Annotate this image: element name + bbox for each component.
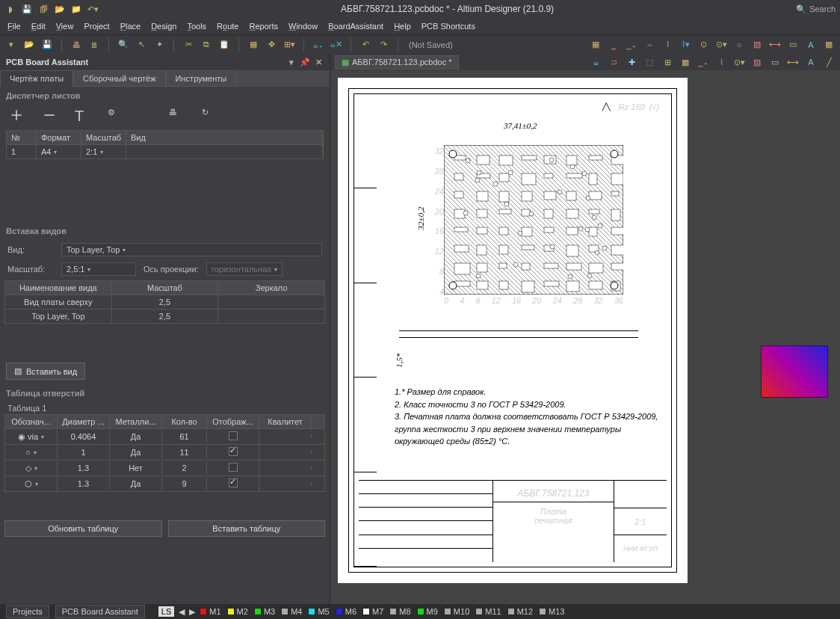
menu-place[interactable]: Place (120, 22, 141, 31)
save-all-icon[interactable]: 🗐 (37, 3, 49, 15)
text-tool-icon[interactable]: T (75, 108, 91, 124)
clear-icon[interactable]: ⏛✕ (330, 38, 343, 52)
add-sheet-icon[interactable] (9, 108, 25, 124)
menu-edit[interactable]: Edit (31, 22, 46, 31)
menu-design[interactable]: Design (151, 22, 176, 31)
text-icon[interactable]: A (804, 38, 818, 52)
filter-icon[interactable]: ⏛▾ (312, 38, 325, 52)
poly-icon[interactable]: ▧ (750, 38, 764, 52)
document-tab[interactable]: ▦ АБВГ.758721.123.pcbdoc * (335, 55, 459, 70)
show-checkbox[interactable] (229, 431, 238, 440)
view-select[interactable]: Top Layer, Top (61, 243, 322, 256)
menu-help[interactable]: Help (394, 22, 411, 31)
mt-filter-icon[interactable]: ⏛ (589, 55, 602, 69)
grid-icon[interactable]: ▦ (247, 38, 260, 52)
layer-swatch[interactable]: M7 (362, 607, 383, 616)
open2-icon[interactable]: 📂 (22, 38, 36, 52)
holes-table-name[interactable]: Таблица 1 (0, 402, 330, 414)
layer-prev-icon[interactable]: ◀ (179, 607, 185, 617)
menu-view[interactable]: View (56, 22, 74, 31)
sym-dd[interactable]: ⬡ (25, 479, 38, 489)
canvas[interactable]: Rz 160 (√) 37,41±0,2 32±0,2 1,5* 3228242… (330, 70, 840, 604)
mt-sel-icon[interactable]: ⬚ (643, 55, 656, 69)
layer-swatch[interactable]: M11 (475, 607, 501, 616)
layer-swatch[interactable]: M8 (389, 607, 410, 616)
search-box[interactable]: 🔍 Search (796, 4, 836, 14)
mt-dim-icon[interactable]: ⟷ (786, 55, 800, 69)
menu-project[interactable]: Project (84, 22, 109, 31)
cross-icon[interactable]: ✦ (152, 38, 166, 52)
track2-icon[interactable]: ⎯▾ (625, 38, 638, 52)
menu-window[interactable]: Window (288, 22, 318, 31)
rect-icon[interactable]: ▭ (786, 38, 800, 52)
insert-scale[interactable]: 2,5:1 (61, 262, 136, 276)
print-icon[interactable]: 🖶 (70, 38, 83, 52)
via2-icon[interactable]: ⊙▾ (714, 38, 728, 52)
layer-swatch[interactable]: M6 (336, 607, 356, 616)
mt-align-icon[interactable]: ⊞ (661, 55, 674, 69)
menu-route[interactable]: Route (217, 22, 238, 31)
open-icon[interactable]: 📂 (54, 3, 66, 15)
mt-layer-icon[interactable]: ▩ (679, 55, 692, 69)
axis-select[interactable]: горизонтальная (206, 262, 283, 276)
insert-view-button[interactable]: ▧ Вставить вид (6, 363, 85, 380)
panel-close-icon[interactable]: ✕ (313, 57, 324, 67)
remove-sheet-icon[interactable] (42, 108, 58, 124)
sym-dd[interactable]: ◇ (25, 464, 37, 473)
tab-drawing[interactable]: Чертёж платы (0, 70, 73, 87)
minimap[interactable] (761, 345, 828, 398)
save-icon[interactable]: 💾 (21, 3, 33, 15)
menu-tools[interactable]: Tools (187, 22, 206, 31)
view-row[interactable]: Top Layer, Top 2,5 (4, 310, 325, 324)
new-icon[interactable]: ▾ (4, 38, 18, 52)
holes-row[interactable]: ○ 1Да11 (4, 445, 325, 461)
mt-plus-icon[interactable]: ✚ (625, 55, 638, 69)
sym-dd[interactable]: ◉ via (18, 432, 44, 442)
settings-icon[interactable]: ⚙ (108, 108, 124, 124)
mt-route-icon[interactable]: ⌇ (714, 55, 728, 69)
redo-icon[interactable]: ↷ (377, 38, 390, 52)
mt-line-icon[interactable]: ╱ (822, 55, 836, 69)
mt-rect-icon[interactable]: ▭ (768, 55, 782, 69)
layer-swatch[interactable]: M9 (417, 607, 438, 616)
status-tab-projects[interactable]: Projects (6, 605, 49, 618)
layer-swatch[interactable]: M4 (281, 607, 302, 616)
menu-boardassistant[interactable]: BoardAssistant (328, 22, 383, 31)
cut-icon[interactable]: ✂ (182, 38, 195, 52)
holes-row[interactable]: ◉ via 0.4064Да61 (4, 429, 325, 445)
undo-dd-icon[interactable]: ↶▾ (87, 3, 99, 15)
align-icon[interactable]: ⊞▾ (282, 38, 296, 52)
sheet-row[interactable]: 1 A4 2:1 (6, 145, 324, 159)
holes-row[interactable]: ⬡ 1.3Да9 (4, 476, 325, 492)
tab-tools[interactable]: Инструменты (166, 70, 237, 87)
dim-icon[interactable]: ⟷ (768, 38, 782, 52)
refresh-icon[interactable]: ↻ (202, 108, 218, 124)
mt-via-icon[interactable]: ⊙▾ (732, 55, 746, 69)
move-icon[interactable]: ✥ (265, 38, 278, 52)
save2-icon[interactable]: 💾 (40, 38, 54, 52)
format-dd[interactable]: A4 (41, 147, 57, 156)
copy-icon[interactable]: ⧉ (200, 38, 213, 52)
holes-row[interactable]: ◇ 1.3Нет2 (4, 461, 325, 476)
comp-icon[interactable]: ▩ (822, 38, 836, 52)
pad-icon[interactable]: ○ (732, 38, 746, 52)
layer-swatch[interactable]: M1 (200, 607, 220, 616)
menu-file[interactable]: File (7, 22, 21, 31)
undo-icon[interactable]: ↶ (359, 38, 372, 52)
panel-menu-icon[interactable]: ▾ (286, 57, 297, 67)
zoom-icon[interactable]: 🔍 (117, 38, 130, 52)
status-tab-panel[interactable]: PCB Board Assistant (55, 605, 145, 618)
layer-swatch[interactable]: M3 (254, 607, 275, 616)
layer-next-icon[interactable]: ▶ (189, 607, 195, 617)
folder-icon[interactable]: 📁 (70, 3, 82, 15)
scale-dd[interactable]: 2:1 (86, 147, 103, 156)
show-checkbox[interactable] (229, 447, 238, 456)
layer-swatch[interactable]: M5 (308, 607, 329, 616)
panel-pin-icon[interactable]: 📌 (300, 57, 310, 67)
route1-icon[interactable]: ⌇ (661, 38, 674, 52)
select-icon[interactable]: ↖ (135, 38, 148, 52)
mt-text-icon[interactable]: A (804, 55, 818, 69)
update-table-button[interactable]: Обновить таблицу (4, 520, 162, 537)
layer-swatch[interactable]: M13 (539, 607, 564, 616)
insert-table-button[interactable]: Вставить таблицу (168, 520, 326, 537)
